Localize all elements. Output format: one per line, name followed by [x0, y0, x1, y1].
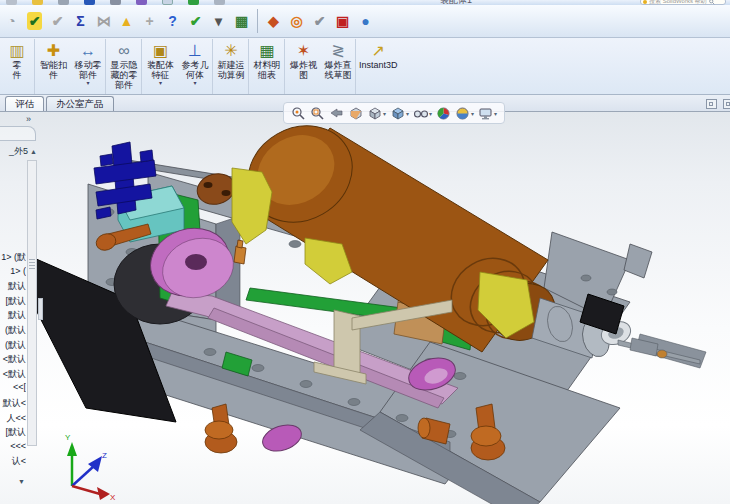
tree-item-fragment[interactable]: 默认 [0, 280, 26, 295]
view-settings-icon[interactable] [477, 105, 494, 121]
new-motion-study[interactable]: ✳ 新建运 动算例 [214, 39, 249, 94]
ribbon-button-label: Instant3D [359, 60, 398, 70]
display-style-icon[interactable] [389, 105, 406, 121]
ribbon-button-icon: ↗ [372, 41, 385, 60]
y-axis-arrow [67, 442, 77, 456]
ribbon-button-icon: ▣ [153, 41, 168, 60]
import-diagnostics-icon[interactable]: ? [161, 9, 184, 33]
tree-item-fragment[interactable]: 认< [0, 455, 26, 470]
bill-of-materials[interactable]: ▦ 材料明 细表 [250, 39, 285, 94]
graphics-area[interactable]: ▾ ▾ ▾ ▾ ▾ » _外5 [0, 112, 730, 504]
command-tab[interactable]: 办公室产品 [46, 96, 114, 111]
solidworks-window: 装配体1 搜索 SolidWorks 帮助 ◔ ✔ ✔ [0, 0, 730, 504]
zoom-to-fit-icon[interactable] [290, 105, 307, 121]
show-hidden-components[interactable]: ∞ 显示隐 藏的零 部件 [107, 39, 142, 94]
display-pane-icon[interactable] [706, 99, 717, 109]
tree-item-fragment[interactable]: <默认 [0, 353, 26, 368]
tree-item-fragment[interactable]: (默认 [0, 324, 26, 339]
ribbon-button-label: 爆炸视 图 [290, 60, 317, 80]
explode-line-sketch[interactable]: ≷ 爆炸直 线草图 [321, 39, 356, 94]
ribbon-button-icon: ✳ [224, 41, 237, 60]
zoom-to-area-icon[interactable] [309, 105, 326, 121]
tree-item-fragment[interactable]: (默认 [0, 339, 26, 354]
tree-item-fragment[interactable]: 人<< [0, 412, 26, 427]
instant3d[interactable]: ↗ Instant3D [357, 39, 400, 94]
scroll-up-arrow[interactable]: ▲ [30, 148, 37, 155]
x-axis-arrow [97, 487, 110, 500]
photoview-icon[interactable]: ◆ [262, 9, 285, 33]
edrawings-icon[interactable]: ✔ [308, 9, 331, 33]
move-component[interactable]: ↔ 移动零 部件 ▾ [71, 39, 106, 94]
tree-item-fragment[interactable]: [默认 [0, 426, 26, 441]
toolbox-icon[interactable]: ▣ [331, 9, 354, 33]
tree-item-fragment[interactable]: 默认 [0, 309, 26, 324]
needle-pin[interactable] [618, 334, 706, 368]
ribbon-button-label: 爆炸直 线草图 [325, 60, 352, 80]
scroll-down-arrow[interactable]: ▼ [18, 478, 25, 485]
equations-icon[interactable]: Σ [69, 9, 92, 33]
smart-fasteners[interactable]: ✚ 智能扣 件 [36, 39, 71, 94]
align-icon[interactable]: + [138, 9, 161, 33]
ribbon-button-icon: ✶ [297, 41, 310, 60]
tree-item-fragment[interactable]: 1> ( [0, 266, 26, 281]
ribbon-button-label: 智能扣 件 [40, 60, 67, 80]
y-axis-label: Y [65, 433, 71, 442]
view-orientation-icon[interactable] [366, 105, 383, 121]
chevron-down-icon[interactable]: ▾ [429, 110, 432, 117]
help-icon [643, 0, 647, 4]
edit-appearance-icon[interactable] [435, 105, 452, 121]
tree-item-fragment[interactable]: <<< [0, 441, 26, 456]
ribbon-button-icon: ▦ [259, 41, 274, 60]
command-manager-ribbon: ▥ 零 件 ✚ 智能扣 件 ↔ 移动零 部件 ▾ ∞ [0, 38, 730, 95]
display-pane-icon-clipped[interactable] [723, 99, 730, 109]
panel-splitter[interactable] [38, 298, 43, 320]
ribbon-button-icon: ✚ [47, 41, 60, 60]
ribbon-button-label: 显示隐 藏的零 部件 [111, 60, 138, 90]
chevron-down-icon[interactable]: ▾ [406, 110, 409, 117]
feature-manager-tree: » _外5 ▲ 1> (默 1> ( 默认 [默认 [0, 112, 44, 502]
collapse-chevron[interactable]: » [26, 114, 31, 124]
task-scheduler-icon[interactable]: ◔ [0, 9, 23, 33]
heads-up-view-toolbar: ▾ ▾ ▾ ▾ ▾ [283, 102, 505, 124]
tree-header-fragment: _外5 [9, 145, 28, 158]
tree-scrollbar[interactable] [27, 160, 37, 446]
apply-scene-icon[interactable] [454, 105, 471, 121]
assembly-features[interactable]: ▣ 装配体 特征 ▾ [143, 39, 178, 94]
tree-item-fragment[interactable]: 1> (默 [0, 251, 26, 266]
ribbon-button-label: 零 件 [13, 60, 22, 80]
insert-component-partial[interactable]: ▥ 零 件 [0, 39, 35, 94]
tree-item-fragment[interactable]: [默认 [0, 295, 26, 310]
ribbon-button-label: 材料明 细表 [254, 60, 281, 80]
command-tab[interactable]: 评估 [5, 96, 44, 111]
tree-item-fragment[interactable]: <默认 [0, 368, 26, 383]
ribbon-button-icon: ≷ [331, 41, 344, 60]
hide-show-items-icon[interactable] [412, 105, 429, 121]
z-axis-label: Z [102, 451, 107, 460]
tree-item-fragment[interactable]: <<[ [0, 382, 26, 397]
reference-geometry[interactable]: ⊥ 参考几 何体 ▾ [178, 39, 213, 94]
ribbon-button-label: 参考几 何体 [182, 60, 209, 80]
content-sphere-icon[interactable]: ● [354, 9, 377, 33]
chevron-down-icon: ▾ [86, 80, 89, 87]
ribbon-button-icon: ∞ [118, 41, 129, 60]
chevron-down-icon: ▾ [193, 80, 196, 87]
interference-detection-icon[interactable]: ▲ [115, 9, 138, 33]
section-view-icon[interactable] [347, 105, 364, 121]
mate-diagnostics-icon[interactable]: ✔ [184, 9, 207, 33]
simulation-icon[interactable]: ◎ [285, 9, 308, 33]
tree-item-fragment[interactable]: 默认< [0, 397, 26, 412]
measure-icon[interactable]: ⋈ [92, 9, 115, 33]
design-checker-icon[interactable]: ✔ [23, 9, 46, 33]
previous-view-icon[interactable] [328, 105, 345, 121]
tree-panel-corner [0, 126, 36, 141]
chevron-down-icon[interactable]: ▾ [471, 110, 474, 117]
exploded-view[interactable]: ✶ 爆炸视 图 [286, 39, 321, 94]
check-active-document-icon[interactable]: ✔ [46, 9, 69, 33]
scrollbar-grip[interactable] [29, 259, 35, 271]
chevron-down-icon[interactable]: ▾ [383, 110, 386, 117]
mate-diagnostics-dropdown[interactable]: ▾ [207, 9, 230, 33]
design-table-icon[interactable]: ▦ [230, 9, 253, 33]
chevron-down-icon[interactable]: ▾ [494, 110, 497, 117]
ribbon-button-label: 新建运 动算例 [218, 60, 245, 80]
chevron-down-icon: ▾ [159, 80, 162, 87]
